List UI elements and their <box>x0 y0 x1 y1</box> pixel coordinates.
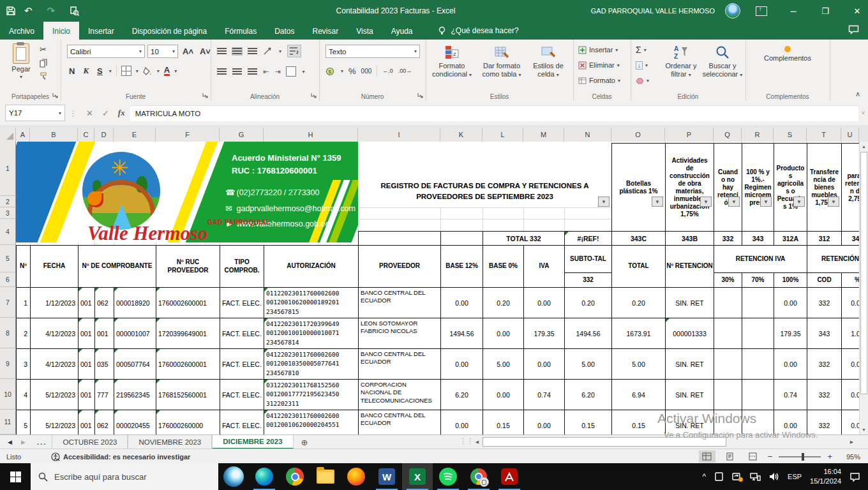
borders-icon[interactable] <box>121 66 131 76</box>
zoom-out-icon[interactable]: − <box>768 452 773 461</box>
ribbon-display-options-icon[interactable] <box>756 6 767 16</box>
ribbon-tab-disposición-de-página[interactable]: Disposición de página <box>123 22 216 40</box>
next-sheet-icon[interactable]: ▶ <box>21 439 26 445</box>
scroll-down-icon[interactable]: ▼ <box>860 425 868 434</box>
cell-Q10[interactable] <box>714 379 742 410</box>
increase-indent-icon[interactable]: ⇥ <box>274 68 280 76</box>
cell-N9[interactable]: 5.00 <box>564 348 612 380</box>
zoom-level[interactable]: 95% <box>839 453 860 461</box>
row-header-2[interactable]: 2 <box>0 196 16 207</box>
cell-L11[interactable]: 0.15 <box>483 410 524 434</box>
cell-N11[interactable]: 0.15 <box>564 410 612 434</box>
expand-formula-bar-icon[interactable]: ˅ <box>858 110 868 116</box>
cell-code-R4[interactable]: 343 <box>742 231 774 246</box>
sheet-overflow-button[interactable]: ... <box>32 435 52 449</box>
autofilter-icon-R[interactable]: ▼ <box>760 197 772 207</box>
taskbar-search[interactable]: Escribe aquí para buscar <box>31 463 218 490</box>
row-header-4[interactable]: 4 <box>0 219 16 245</box>
zoom-in-icon[interactable]: + <box>827 452 832 461</box>
cell-T9[interactable]: 332 <box>807 348 842 380</box>
taskbar-app-chrome[interactable] <box>280 463 310 490</box>
cell-U7[interactable]: 0.00 <box>841 287 859 318</box>
cell-A11[interactable]: 5 <box>16 410 31 434</box>
ribbon-tab-archivo[interactable]: Archivo <box>0 22 43 40</box>
cell-C9[interactable]: 001 <box>78 348 95 380</box>
row-header-1[interactable]: 1 <box>0 142 16 196</box>
cell-K4[interactable] <box>440 231 483 246</box>
column-header-O[interactable]: O <box>611 128 665 142</box>
cell-B11[interactable]: 5/12/2023 <box>30 410 79 434</box>
account-name[interactable]: GAD PARROQUIAL VALLE HERMOSO <box>591 7 715 15</box>
cell-I8[interactable]: LEON SOTOMAYOR FABRICIO NICOLAS <box>358 318 441 349</box>
cell-H10[interactable]: 03122023011768152560 0012001777219562345… <box>264 379 359 410</box>
column-header-C[interactable]: C <box>78 128 94 142</box>
cell-code-P4[interactable]: 343B <box>665 231 714 246</box>
wrap-text-icon[interactable] <box>287 45 301 57</box>
column-header-Q[interactable]: Q <box>714 128 742 142</box>
formula-input[interactable]: MATRICULA MOTO <box>130 105 858 121</box>
vertical-scroll-thumb[interactable] <box>860 152 867 394</box>
name-box[interactable]: Y17▾ <box>5 105 65 121</box>
column-header-H[interactable]: H <box>264 128 358 142</box>
cell-T10[interactable]: 332 <box>807 379 842 410</box>
show-hidden-icons[interactable]: ^ <box>702 472 706 481</box>
cell-R11[interactable] <box>742 410 774 434</box>
cell-O7[interactable]: 0.20 <box>611 287 666 318</box>
underline-button[interactable]: S <box>95 66 105 76</box>
cell-I7[interactable]: BANCO CENTRAL DEL ECUADOR <box>358 287 441 318</box>
cell-S10[interactable]: 0.74 <box>774 379 807 410</box>
cell-P9[interactable]: SIN. RET <box>665 348 714 380</box>
cell-D10[interactable]: 777 <box>94 379 114 410</box>
cell-A8[interactable]: 2 <box>16 318 31 349</box>
qat-customize-icon[interactable]: ▾ <box>82 8 85 14</box>
cell-styles-button[interactable]: Estilos de celda ▾ <box>528 45 569 78</box>
cell-T8[interactable]: 343 <box>807 318 842 349</box>
taskbar-app-firefox[interactable] <box>341 463 371 490</box>
cell-F7[interactable]: 1760002600001 <box>156 287 220 318</box>
taskview-art-button[interactable] <box>218 463 249 490</box>
page-break-view-button[interactable] <box>745 450 761 463</box>
select-all-corner[interactable] <box>0 128 16 142</box>
cell-R10[interactable] <box>742 379 774 410</box>
cell-D9[interactable]: 035 <box>94 348 114 380</box>
cell-B8[interactable]: 4/12/2023 <box>30 318 79 349</box>
column-header-I[interactable]: I <box>358 128 440 142</box>
cell-G7[interactable]: FACT. ELEC. <box>220 287 264 318</box>
cell-M7[interactable]: 0.00 <box>523 287 565 318</box>
cell-code-T4[interactable]: 312 <box>807 231 842 246</box>
ribbon-tab-datos[interactable]: Datos <box>266 22 303 40</box>
cell-U10[interactable]: 0.00 <box>841 379 859 410</box>
column-header-M[interactable]: M <box>523 128 564 142</box>
cell-P11[interactable]: SIN. RET <box>665 410 714 434</box>
cell-F8[interactable]: 1720399649001 <box>156 318 220 349</box>
insert-function-icon[interactable]: fx <box>118 108 125 118</box>
column-header-F[interactable]: F <box>156 128 220 142</box>
cell-total-332[interactable]: TOTAL 332 <box>483 231 565 246</box>
cell-B9[interactable]: 4/12/2023 <box>30 348 79 380</box>
fill-button[interactable]: ↓▾ <box>636 59 648 71</box>
align-center-icon[interactable] <box>232 68 242 75</box>
cell-G8[interactable]: FACT. ELEC. <box>220 318 264 349</box>
cell-A7[interactable]: 1 <box>16 287 31 318</box>
sheet-tab-diciembre-2023[interactable]: DICIEMBRE 2023 <box>212 435 293 449</box>
undo-dropdown-icon[interactable]: ▾ <box>36 8 38 14</box>
cell-N10[interactable]: 6.20 <box>564 379 612 410</box>
autofilter-icon-S[interactable]: ▼ <box>793 197 805 207</box>
bold-button[interactable]: N <box>67 66 77 76</box>
cell-O8[interactable]: 1673.91 <box>611 318 666 349</box>
accounting-dropdown-icon[interactable]: ▾ <box>341 68 343 74</box>
cell-L8[interactable]: 0.00 <box>483 318 524 349</box>
cell-P8[interactable]: 000001333 <box>665 318 714 349</box>
cell-D11[interactable]: 062 <box>94 410 114 434</box>
column-header-R[interactable]: R <box>742 128 774 142</box>
scroll-right-icon[interactable]: ▶ <box>847 436 857 447</box>
cell-C7[interactable]: 001 <box>78 287 95 318</box>
cell-U8[interactable]: 1.00 <box>841 318 859 349</box>
ribbon-tab-fórmulas[interactable]: Fórmulas <box>216 22 266 40</box>
align-left-icon[interactable] <box>217 68 227 75</box>
autofilter-icon-P[interactable]: ▼ <box>700 197 712 207</box>
cell-H7[interactable]: 01122023011760002600 0012001062000018920… <box>264 287 359 318</box>
cell-G11[interactable]: FACT. ELEC. <box>220 410 264 434</box>
cell-S9[interactable]: 0.00 <box>774 348 807 380</box>
taskbar-app-edge[interactable] <box>249 463 280 490</box>
